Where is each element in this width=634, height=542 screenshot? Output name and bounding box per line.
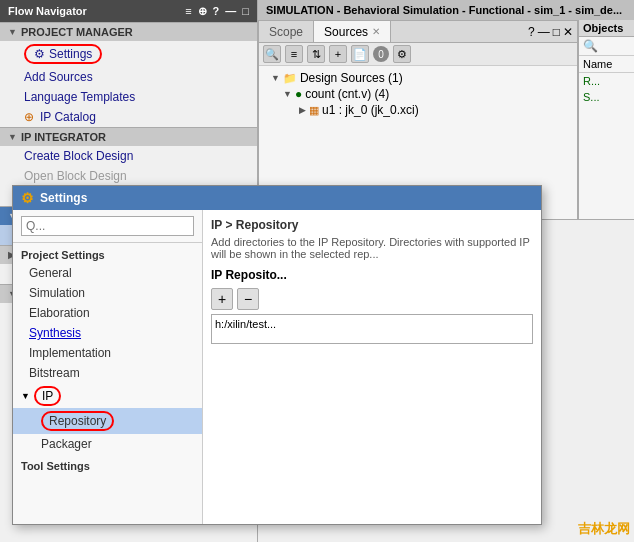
remove-icon: − xyxy=(244,291,252,307)
tab-sources-label: Sources xyxy=(324,25,368,39)
elaboration-label: Elaboration xyxy=(29,306,90,320)
ip-repo-toolbar: + − xyxy=(211,288,533,310)
objects-search: 🔍 xyxy=(579,37,634,56)
section-ip-integrator[interactable]: ▼ IP INTEGRATOR xyxy=(0,127,257,146)
section-label: IP INTEGRATOR xyxy=(21,131,106,143)
tab-scope[interactable]: Scope xyxy=(259,21,314,42)
simulation-label: Simulation xyxy=(29,286,85,300)
tree-row-ip[interactable]: ▶ ▦ u1 : jk_0 (jk_0.xci) xyxy=(263,102,573,118)
language-templates-label: Language Templates xyxy=(24,90,135,104)
tree-label: Design Sources (1) xyxy=(300,71,403,85)
settings-nav-implementation[interactable]: Implementation xyxy=(13,343,202,363)
repository-label: Repository xyxy=(49,414,106,428)
add-sources-item[interactable]: Add Sources xyxy=(0,67,257,87)
ip-highlight-circle: IP xyxy=(34,386,61,406)
sort-btn[interactable]: ⇅ xyxy=(307,45,325,63)
expand-icon: ▼ xyxy=(283,89,292,99)
obj-label: R... xyxy=(583,75,600,87)
settings-nav-bitstream[interactable]: Bitstream xyxy=(13,363,202,383)
ip-repo-list: h:/xilin/test... xyxy=(211,314,533,344)
tab-sources[interactable]: Sources ✕ xyxy=(314,21,391,42)
tab-bar: Scope Sources ✕ ? — □ ✕ xyxy=(259,21,577,43)
obj-item-r[interactable]: R... xyxy=(579,73,634,89)
dialog-gear-icon: ⚙ xyxy=(21,190,34,206)
tab-help-icon[interactable]: ? xyxy=(528,25,535,39)
gear-icon: ⚙ xyxy=(34,47,45,61)
ip-repo-section-title: IP Reposito... xyxy=(211,268,533,282)
packager-label: Packager xyxy=(41,437,92,451)
file-btn[interactable]: 📄 xyxy=(351,45,369,63)
menu-btn[interactable]: ≡ xyxy=(285,45,303,63)
ip-repo-add-btn[interactable]: + xyxy=(211,288,233,310)
tree-label: u1 : jk_0 (jk_0.xci) xyxy=(322,103,419,117)
sources-tree: ▼ 📁 Design Sources (1) ▼ ● count (cnt.v)… xyxy=(259,66,577,122)
right-panel-desc: Add directories to the IP Repository. Di… xyxy=(211,236,533,260)
settings-dialog: ⚙ Settings Project Settings General Simu… xyxy=(12,185,542,525)
open-block-design-item[interactable]: Open Block Design xyxy=(0,166,257,186)
settings-nav-synthesis[interactable]: Synthesis xyxy=(13,323,202,343)
settings-nav-packager[interactable]: Packager xyxy=(13,434,202,454)
dialog-title-bar: ⚙ Settings xyxy=(13,186,541,210)
dialog-title: Settings xyxy=(40,191,87,205)
dialog-body: Project Settings General Simulation Elab… xyxy=(13,210,541,524)
settings-nav-repository[interactable]: Repository xyxy=(13,408,202,434)
synthesis-label: Synthesis xyxy=(29,326,81,340)
ip-catalog-item[interactable]: ⊕ IP Catalog xyxy=(0,107,257,127)
ip-expand-icon: ▼ xyxy=(21,391,30,401)
dialog-search-area xyxy=(13,210,202,243)
folder-icon: 📁 xyxy=(283,72,297,85)
tab-scope-label: Scope xyxy=(269,25,303,39)
create-block-design-label: Create Block Design xyxy=(24,149,133,163)
settings-nav-elaboration[interactable]: Elaboration xyxy=(13,303,202,323)
sources-toolbar: 🔍 ≡ ⇅ + 📄 0 ⚙ xyxy=(259,43,577,66)
obj-item-s[interactable]: S... xyxy=(579,89,634,105)
settings-nav-simulation[interactable]: Simulation xyxy=(13,283,202,303)
collapse-triangle: ▼ xyxy=(8,27,17,37)
repository-highlight: Repository xyxy=(41,411,114,431)
add-btn[interactable]: + xyxy=(329,45,347,63)
tab-close-icon[interactable]: ✕ xyxy=(372,26,380,37)
tab-close-btn[interactable]: ✕ xyxy=(563,25,573,39)
ip-group-label: IP xyxy=(42,389,53,403)
settings-label: Settings xyxy=(49,47,92,61)
objects-header: Objects xyxy=(579,20,634,37)
nav-icon-minimize[interactable]: — xyxy=(225,5,236,18)
ip-repo-remove-btn[interactable]: − xyxy=(237,288,259,310)
flow-navigator-header: Flow Navigator ≡ ⊕ ? — □ xyxy=(0,0,257,22)
tab-maximize-icon[interactable]: □ xyxy=(553,25,560,39)
tree-row-design-sources[interactable]: ▼ 📁 Design Sources (1) xyxy=(263,70,573,86)
flow-nav-title: Flow Navigator xyxy=(8,5,87,17)
create-block-design-item[interactable]: Create Block Design xyxy=(0,146,257,166)
general-label: General xyxy=(29,266,72,280)
settings-nav-general[interactable]: General xyxy=(13,263,202,283)
nav-icon-pin[interactable]: ⊕ xyxy=(198,5,207,18)
flow-nav-icons: ≡ ⊕ ? — □ xyxy=(185,5,249,18)
objects-col-header: Name xyxy=(579,56,634,73)
section-label: PROJECT MANAGER xyxy=(21,26,133,38)
add-icon: + xyxy=(218,291,226,307)
expand-icon: ▶ xyxy=(299,105,306,115)
section-project-manager[interactable]: ▼ PROJECT MANAGER xyxy=(0,22,257,41)
settings-btn[interactable]: ⚙ xyxy=(393,45,411,63)
ip-icon: ▦ xyxy=(309,104,319,117)
nav-icon-menu[interactable]: ≡ xyxy=(185,5,191,18)
search-icon: 🔍 xyxy=(583,39,598,53)
search-btn[interactable]: 🔍 xyxy=(263,45,281,63)
settings-search-input[interactable] xyxy=(21,216,194,236)
circle-indicator: 0 xyxy=(373,46,389,62)
implementation-label: Implementation xyxy=(29,346,111,360)
nav-icon-help[interactable]: ? xyxy=(213,5,220,18)
ip-group-header[interactable]: ▼ IP xyxy=(13,383,202,408)
right-panel-header: IP > Repository xyxy=(211,218,533,232)
settings-highlight-circle: ⚙ Settings xyxy=(24,44,102,64)
title-text: SIMULATION - Behavioral Simulation - Fun… xyxy=(266,4,622,16)
settings-item[interactable]: ⚙ Settings xyxy=(0,41,257,67)
tree-row-count[interactable]: ▼ ● count (cnt.v) (4) xyxy=(263,86,573,102)
expand-icon: ▼ xyxy=(271,73,280,83)
objects-panel: Objects 🔍 Name R... S... xyxy=(578,20,634,220)
language-templates-item[interactable]: Language Templates xyxy=(0,87,257,107)
tab-restore-icon[interactable]: — xyxy=(538,25,550,39)
dialog-left-panel: Project Settings General Simulation Elab… xyxy=(13,210,203,524)
nav-icon-maximize[interactable]: □ xyxy=(242,5,249,18)
ip-catalog-icon: ⊕ xyxy=(24,110,34,124)
